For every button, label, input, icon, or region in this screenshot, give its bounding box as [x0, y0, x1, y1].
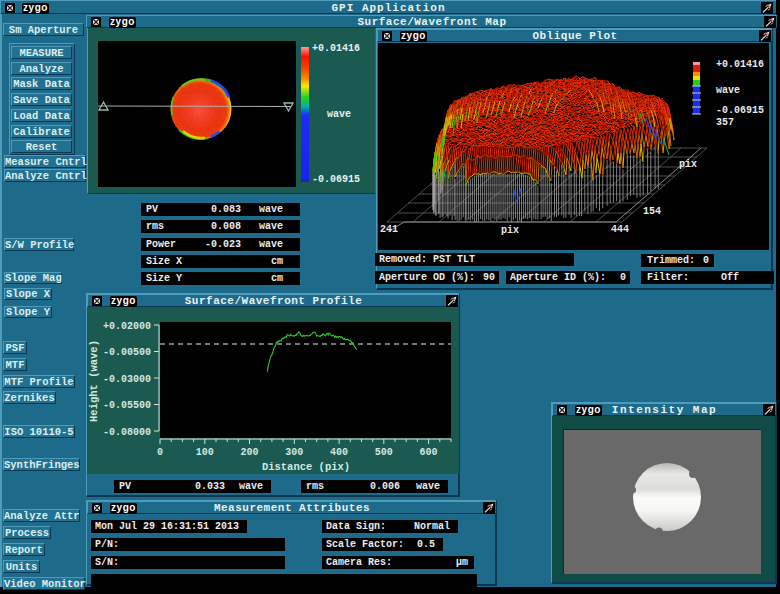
svg-text:wave: wave [716, 85, 740, 96]
svg-text:+0.02000: +0.02000 [103, 321, 151, 332]
svg-text:357: 357 [716, 117, 734, 128]
svg-text:154: 154 [643, 206, 661, 217]
svg-text:100: 100 [196, 447, 214, 458]
svg-text:241: 241 [380, 224, 398, 235]
svg-text:-0.08000: -0.08000 [103, 427, 151, 438]
svg-text:+0.01416: +0.01416 [716, 59, 764, 70]
svg-text:Distance (pix): Distance (pix) [262, 461, 350, 473]
svg-text:300: 300 [285, 447, 303, 458]
svg-text:500: 500 [375, 447, 393, 458]
svg-text:0: 0 [157, 447, 163, 458]
svg-text:pix: pix [501, 225, 519, 236]
svg-text:200: 200 [240, 447, 258, 458]
svg-text:-0.00500: -0.00500 [103, 347, 151, 358]
svg-text:400: 400 [330, 447, 348, 458]
svg-text:-0.03000: -0.03000 [103, 374, 151, 385]
svg-text:Height (wave): Height (wave) [88, 340, 100, 422]
svg-text:-0.06915: -0.06915 [716, 105, 764, 116]
svg-text:-0.05500: -0.05500 [103, 400, 151, 411]
svg-text:444: 444 [611, 224, 629, 235]
svg-text:600: 600 [420, 447, 438, 458]
svg-text:pix: pix [679, 159, 697, 170]
